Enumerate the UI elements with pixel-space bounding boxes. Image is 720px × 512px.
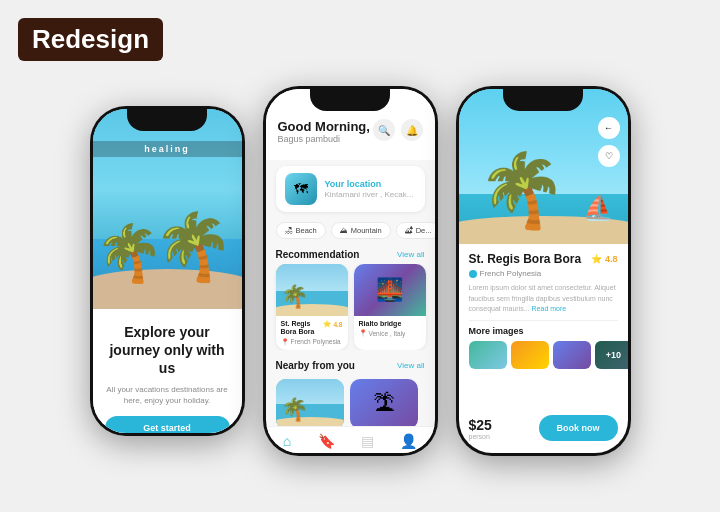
category-mountain[interactable]: ⛰ Mountain — [331, 222, 391, 239]
phone-2-screen: Good Morning, Bagus pambudi 🔍 🔔 — [266, 89, 435, 453]
your-location-label: Your location — [325, 179, 414, 189]
phone-3-description: Lorem ipsum dolor sit amet consectetur. … — [469, 283, 618, 315]
rating-value-p3: 4.8 — [605, 254, 618, 264]
phone-3: 🌴 ⛵ ← ♡ St. Regis Bora Bora ⭐ 4.8 — [456, 86, 631, 456]
mountain-label: Mountain — [351, 226, 382, 235]
title-badge: Redesign — [18, 18, 163, 61]
bell-icon: 🔔 — [406, 125, 418, 136]
phone-2-nav: ⌂ 🔖 ▤ 👤 — [266, 426, 435, 453]
image-count-overlay: +10 — [595, 341, 628, 369]
beach-icon: 🏖 — [285, 226, 293, 235]
mountain-icon: ⛰ — [340, 226, 348, 235]
beach-scene: 🌴 — [276, 264, 348, 316]
category-row: 🏖 Beach ⛰ Mountain 🏕 De... — [266, 218, 435, 243]
rec-card-2-info: Rialto bridge 📍 Venice , Italy — [354, 316, 426, 341]
phone-2: Good Morning, Bagus pambudi 🔍 🔔 — [263, 86, 438, 456]
star-icon-1: ⭐ — [323, 320, 331, 328]
more-image-3[interactable] — [553, 341, 591, 369]
phone-3-rating: ⭐ 4.8 — [591, 254, 618, 264]
rec-card-2-image: 🌉 — [354, 264, 426, 316]
price-block: $25 person — [469, 417, 492, 440]
rec-card-2-name: Rialto bridge — [359, 320, 421, 328]
nearby-row: 🌴 🏝 — [266, 375, 435, 429]
palm-right-icon: 🌴 — [153, 214, 234, 279]
phone-1-screen: 🌴 🌴 healing Explore your journey only wi… — [93, 109, 242, 433]
rec-card-1[interactable]: 🌴 St. Regis Bora Bora ⭐ 4.8 📍 — [276, 264, 348, 350]
location-sub-text: Kintamani river , Kecak... — [325, 190, 414, 199]
category-beach[interactable]: 🏖 Beach — [276, 222, 326, 239]
phone-3-title: St. Regis Bora Bora — [469, 252, 582, 266]
rec-card-2-location: 📍 Venice , Italy — [359, 329, 421, 337]
rec-card-2[interactable]: 🌉 Rialto bridge 📍 Venice , Italy — [354, 264, 426, 350]
nav-home[interactable]: ⌂ — [283, 433, 291, 449]
price-per-text: person — [469, 433, 492, 440]
username-text: Bagus pambudi — [278, 134, 370, 144]
location-dot-p3 — [469, 270, 477, 278]
p3-sailboat-icon: ⛵ — [583, 194, 613, 222]
rec-card-1-info: St. Regis Bora Bora ⭐ 4.8 📍 French Polyn… — [276, 316, 348, 350]
location-map-icon: 🗺 — [285, 173, 317, 205]
star-icon-p3: ⭐ — [591, 254, 602, 264]
phone-1-content: Explore your journey only with us All yo… — [93, 309, 242, 433]
location-text-p3: French Polynesia — [480, 269, 542, 278]
rec-card-1-top-row: St. Regis Bora Bora ⭐ 4.8 — [281, 320, 343, 337]
nav-profile[interactable]: 👤 — [400, 433, 417, 449]
phone-1-subtitle: All your vacations destinations are here… — [105, 384, 230, 406]
phone-3-hero-icons: ← ♡ — [598, 117, 620, 167]
location-info: Your location Kintamani river , Kecak... — [325, 179, 414, 199]
phone-3-title-row: St. Regis Bora Bora ⭐ 4.8 — [469, 252, 618, 266]
heart-button[interactable]: ♡ — [598, 145, 620, 167]
more-image-2[interactable] — [511, 341, 549, 369]
more-image-1[interactable] — [469, 341, 507, 369]
healing-label: healing — [93, 141, 242, 157]
phone-2-notch — [310, 89, 390, 111]
recommendation-row: 🌴 St. Regis Bora Bora ⭐ 4.8 📍 — [266, 264, 435, 350]
phone-3-hero: 🌴 ⛵ ← ♡ — [459, 89, 628, 244]
palm-left-icon: 🌴 — [95, 226, 164, 281]
search-icon: 🔍 — [378, 125, 390, 136]
phone-1-scene: 🌴 🌴 — [93, 109, 242, 309]
nearby-card-1[interactable]: 🌴 — [276, 379, 344, 429]
header-icons: 🔍 🔔 — [373, 119, 423, 141]
search-button[interactable]: 🔍 — [373, 119, 395, 141]
location-card[interactable]: 🗺 Your location Kintamani river , Kecak.… — [276, 166, 425, 212]
phone-3-screen: 🌴 ⛵ ← ♡ St. Regis Bora Bora ⭐ 4.8 — [459, 89, 628, 453]
recommendation-section-header: Recommendation View all — [266, 243, 435, 264]
phone-3-footer: $25 person Book now — [459, 415, 628, 449]
category-other[interactable]: 🏕 De... — [396, 222, 435, 239]
greeting-text: Good Morning, — [278, 119, 370, 134]
p3-palm-icon: 🌴 — [477, 154, 567, 226]
nav-bookmark[interactable]: 🔖 — [318, 433, 335, 449]
book-now-button[interactable]: Book now — [539, 415, 618, 441]
rec-card-1-location: 📍 French Polynesia — [281, 338, 343, 346]
notification-button[interactable]: 🔔 — [401, 119, 423, 141]
view-all-1[interactable]: View all — [397, 250, 424, 259]
pin-icon-2: 📍 — [359, 329, 367, 337]
nearby-palm-1: 🌴 — [281, 399, 308, 421]
recommendation-title: Recommendation — [276, 249, 360, 260]
phone-1-title: Explore your journey only with us — [105, 323, 230, 378]
nav-map[interactable]: ▤ — [361, 433, 374, 449]
back-button[interactable]: ← — [598, 117, 620, 139]
rec-card-1-name: St. Regis Bora Bora — [281, 320, 324, 337]
other-label: De... — [416, 226, 432, 235]
greeting-block: Good Morning, Bagus pambudi — [278, 119, 370, 152]
phones-container: 🌴 🌴 healing Explore your journey only wi… — [90, 56, 631, 456]
more-images-section: More images +10 — [469, 326, 618, 369]
other-icon: 🏕 — [405, 226, 413, 235]
view-all-2[interactable]: View all — [397, 361, 424, 370]
more-image-count-wrap[interactable]: +10 — [595, 341, 628, 369]
phone-3-content: St. Regis Bora Bora ⭐ 4.8 French Polynes… — [459, 244, 628, 385]
bridge-scene: 🌉 — [354, 264, 426, 316]
nearby-title: Nearby from you — [276, 360, 355, 371]
more-images-title: More images — [469, 326, 618, 336]
get-started-button[interactable]: Get started — [105, 416, 230, 433]
read-more-link[interactable]: Read more — [532, 305, 567, 312]
location-text-1: French Polynesia — [291, 338, 341, 345]
rating-value-1: 4.8 — [333, 321, 342, 328]
phone-1: 🌴 🌴 healing Explore your journey only wi… — [90, 106, 245, 436]
nearby-card-2[interactable]: 🏝 — [350, 379, 418, 429]
pin-icon-1: 📍 — [281, 338, 289, 346]
phone-3-notch — [503, 89, 583, 111]
mini-palm-icon: 🌴 — [281, 286, 308, 308]
